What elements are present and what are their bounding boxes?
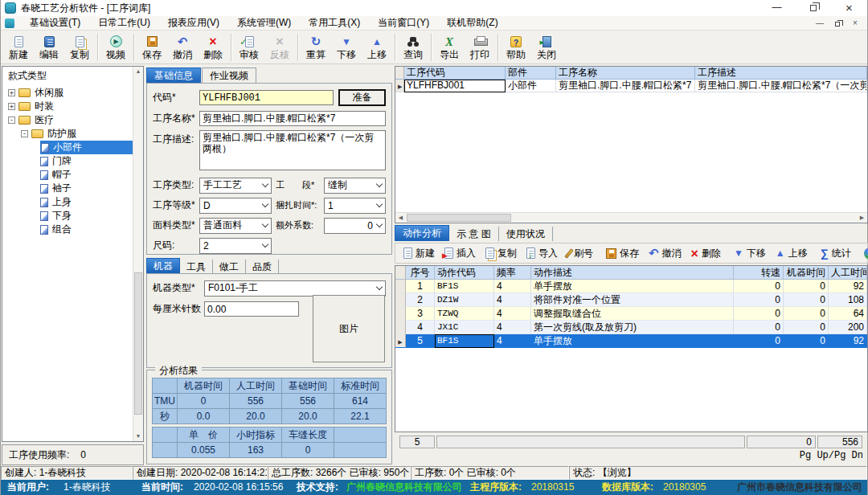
action-move-down-button[interactable]: ▼下移 [729, 244, 771, 262]
tree-item-protective-suit[interactable]: -防护服 [2, 127, 143, 141]
menu-reports[interactable]: 报表应用(V) [159, 16, 228, 30]
undo-button[interactable]: ↶撤消 [167, 31, 198, 63]
action-play-button[interactable] [859, 244, 868, 262]
segment-select[interactable]: 缝制 [324, 178, 386, 194]
table-row[interactable]: 2 DZ1W 4 将部件对准一个位置 0 0 108 [395, 293, 867, 307]
action-insert-button[interactable]: ▶插入 [440, 244, 481, 262]
menu-help[interactable]: 联机帮助(Z) [438, 16, 506, 30]
tree-vertical-scrollbar[interactable]: ▲ ▼ [133, 67, 143, 441]
audit-button[interactable]: ✓审核 [234, 31, 264, 63]
menu-system[interactable]: 系统管理(W) [228, 16, 300, 30]
tab-work-video[interactable]: 作业视频 [202, 68, 256, 83]
process-type-select[interactable]: 手工工艺 [199, 178, 272, 194]
save-button[interactable]: 保存 [137, 31, 167, 63]
tree-item-medical[interactable]: -医疗 [2, 113, 143, 127]
ready-button[interactable]: 准备 [338, 89, 386, 106]
menu-current-window[interactable]: 当前窗口(Y) [369, 16, 438, 30]
expand-plus-icon[interactable]: + [8, 89, 15, 96]
cell-process-desc[interactable]: 剪里袖口.脚口.中腰.帽口松紧*7（一次剪两根） [695, 80, 867, 92]
tree-item-lower-body[interactable]: 下身 [2, 209, 143, 223]
collapse-minus-icon[interactable]: - [21, 130, 28, 137]
cell-part[interactable]: 小部件 [506, 80, 556, 92]
tree-item-upper-body[interactable]: 上身 [2, 195, 143, 209]
table-row[interactable]: 4 JX1C 4 第一次剪线(取及放剪刀) 0 0 200 [395, 321, 867, 334]
scrollbar-thumb[interactable] [134, 272, 142, 415]
process-name-input[interactable]: 剪里袖口.脚口.中腰.帽口松紧*7 [199, 111, 386, 126]
process-count-panel: 工序数: 0个 已审核: 0个 [411, 466, 569, 480]
tab-machine[interactable]: 机器 [146, 258, 180, 273]
export-button[interactable]: X导出 [434, 31, 465, 63]
new-button[interactable]: 新建 [3, 31, 34, 63]
minimize-button[interactable]: — [759, 0, 795, 16]
tab-workmanship[interactable]: 做工 [213, 260, 246, 273]
print-button[interactable]: 打印 [465, 31, 495, 63]
tab-diagram[interactable]: 示 意 图 [449, 227, 499, 241]
action-delete-button[interactable]: ×删除 [686, 244, 726, 262]
close-window-button[interactable]: ▶关闭 [531, 31, 562, 63]
help-button[interactable]: ?帮助 [501, 31, 531, 63]
action-move-up-button[interactable]: ▲上移 [771, 244, 813, 262]
move-up-button[interactable]: ▲上移 [362, 31, 392, 63]
tab-quality[interactable]: 品质 [246, 260, 279, 273]
tree-item-sleeve[interactable]: 袖子 [2, 182, 143, 195]
tab-tools[interactable]: 工具 [180, 260, 213, 273]
restore-button[interactable] [795, 0, 831, 16]
table-row-selected[interactable]: ▶ 5 BF1S 4 单手摆放 0 0 92 [395, 334, 867, 348]
action-statistics-button[interactable]: ∑统计 [816, 244, 856, 262]
action-renumber-button[interactable]: 刷号 [563, 244, 598, 262]
col-process-name: 工序名称 [556, 67, 695, 80]
tree-item-casual[interactable]: +休闲服 [2, 86, 143, 100]
delete-button[interactable]: ×删除 [198, 31, 228, 63]
child-minimize-button[interactable]: — [811, 17, 829, 30]
scroll-up-arrow-icon[interactable]: ▲ [133, 67, 143, 76]
scroll-left-arrow-icon[interactable]: ◀ [395, 213, 406, 223]
scrollbar-thumb[interactable] [407, 214, 511, 222]
menu-basic-settings[interactable]: 基础设置(T) [21, 16, 89, 30]
stitches-per-cm-input[interactable]: 0.00 [204, 301, 299, 317]
scroll-down-arrow-icon[interactable]: ▼ [133, 432, 143, 441]
action-save-button[interactable]: 保存 [601, 244, 644, 262]
copy-button[interactable]: 复制 [64, 31, 95, 63]
expand-plus-icon[interactable]: + [8, 103, 15, 110]
tree-item-hat[interactable]: 帽子 [2, 168, 143, 182]
extra-factor-select[interactable]: 0 [324, 218, 386, 234]
table-row[interactable]: 1 BF1S 4 单手摆放 0 0 92 [395, 280, 867, 293]
video-button[interactable]: ▶视频 [100, 31, 131, 63]
query-button[interactable]: 查询 [398, 31, 428, 63]
action-new-button[interactable]: 新建 [399, 244, 440, 262]
tab-usage-status[interactable]: 使用状况 [499, 227, 553, 241]
tree-item-small-parts[interactable]: 小部件 [2, 141, 143, 154]
tab-basic-info[interactable]: 基础信息 [146, 68, 201, 83]
code-input[interactable]: YLFHFBJ001 [199, 90, 334, 105]
child-restore-button[interactable] [829, 17, 846, 30]
process-grade-select[interactable]: D [199, 198, 272, 214]
cell-process-name[interactable]: 剪里袖口.脚口.中腰.帽口松紧*7 [556, 80, 695, 92]
col-part: 部件 [506, 67, 556, 80]
close-button[interactable]: × [831, 0, 867, 16]
tree-item-combination[interactable]: 组合 [2, 223, 143, 236]
action-undo-button[interactable]: ↶撤消 [644, 244, 686, 262]
machine-type-select[interactable]: F0101-手工 [204, 280, 386, 297]
table-row[interactable]: 3 TZWQ 4 调整握取缝合位 0 0 64 [395, 307, 867, 321]
collapse-minus-icon[interactable]: - [8, 117, 15, 124]
child-close-button[interactable]: × [846, 17, 864, 30]
move-down-button[interactable]: ▼下移 [331, 31, 362, 63]
bundle-time-select[interactable]: 1 [324, 198, 386, 214]
fabric-type-select[interactable]: 普通面料 [199, 218, 272, 234]
cell-process-code[interactable]: YLFHFBJ001 [404, 80, 506, 92]
tree-item-door-tag[interactable]: 门牌 [2, 154, 143, 168]
action-import-button[interactable]: ↓导入 [522, 244, 563, 262]
table-row[interactable]: ▶ YLFHFBJ001 小部件 剪里袖口.脚口.中腰.帽口松紧*7 剪里袖口.… [395, 80, 867, 92]
action-copy-button[interactable]: 复制 [481, 244, 522, 262]
process-desc-textarea[interactable]: 剪里袖口.脚口.中腰.帽口松紧*7（一次剪两根） [199, 130, 386, 170]
tree-item-fashion[interactable]: +时装 [2, 100, 143, 113]
recalculate-button[interactable]: ↻重算 [301, 31, 331, 63]
audit-check-icon: ✓ [240, 37, 247, 47]
menu-tools[interactable]: 常用工具(X) [300, 16, 369, 30]
scroll-right-arrow-icon[interactable]: ▶ [857, 213, 867, 223]
horizontal-scrollbar[interactable]: ◀ ▶ [395, 212, 867, 223]
tab-action-analysis[interactable]: 动作分析 [395, 225, 449, 241]
edit-button[interactable]: 编辑 [34, 31, 64, 63]
menu-daily-work[interactable]: 日常工作(U) [89, 16, 159, 30]
size-select[interactable]: 2 [199, 238, 272, 254]
